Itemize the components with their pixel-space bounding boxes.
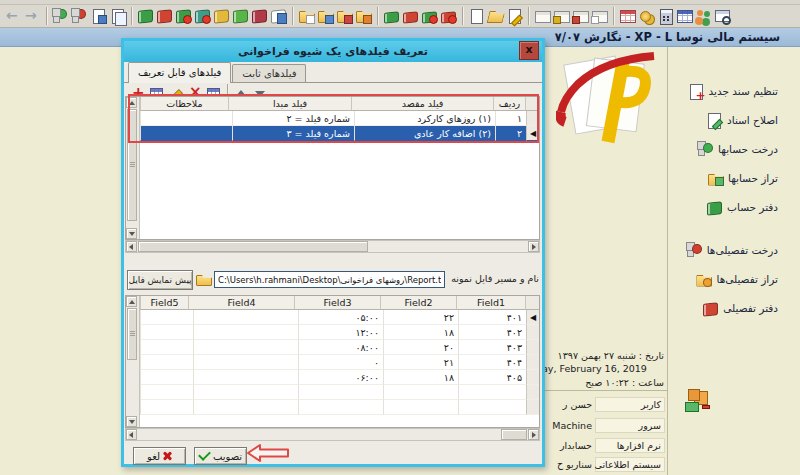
mail-send-icon[interactable] xyxy=(553,7,570,25)
cell-field5[interactable] xyxy=(140,340,193,355)
book-ball-green-icon[interactable] xyxy=(421,7,438,25)
scroll-left-button[interactable] xyxy=(126,241,137,252)
book-maroon-icon[interactable] xyxy=(251,7,268,25)
column-header-field5[interactable]: Field5 xyxy=(140,296,188,310)
cell-field2[interactable]: ۱۸ xyxy=(383,370,458,385)
sidebar-item-details-tree[interactable]: درخت تفصیلی‌ها xyxy=(686,241,778,259)
scroll-up-button[interactable] xyxy=(126,97,137,108)
doc-refresh-icon[interactable] xyxy=(90,7,107,25)
cell-field1[interactable]: ۴۰۲ xyxy=(458,325,526,340)
book-green-ball-icon[interactable] xyxy=(175,7,192,25)
cell-field3[interactable]: ۰۸:۰۰ xyxy=(298,340,383,355)
sidebar-item-details-balance[interactable]: تراز تفصیلی‌ها xyxy=(695,270,778,288)
cell-field3[interactable]: ۰۶:۰۰ xyxy=(298,370,383,385)
column-header-field4[interactable]: Field4 xyxy=(188,296,294,310)
cell-field3[interactable]: ۰۵:۰۰ xyxy=(298,310,383,325)
cell-field4[interactable] xyxy=(193,310,298,325)
table-blue-icon[interactable] xyxy=(676,7,693,25)
cell-field1[interactable]: ۴۰۴ xyxy=(458,355,526,370)
book-green-icon[interactable] xyxy=(137,7,154,25)
vertical-scrollbar[interactable] xyxy=(126,97,140,239)
table-row-selected[interactable]: ◀ ۲ (۲) اضافه کار عادی شماره فیلد = ۳ xyxy=(140,126,539,141)
cell-field2[interactable]: ۲۱ xyxy=(383,355,458,370)
mail-receive-icon[interactable] xyxy=(572,7,589,25)
calculator-icon[interactable] xyxy=(657,7,674,25)
cell-field5[interactable] xyxy=(140,310,193,325)
preview-file-button[interactable]: پیش نمایش فایل xyxy=(127,270,193,290)
mail-doc-icon[interactable] xyxy=(591,7,608,25)
book-small-green-icon[interactable] xyxy=(383,7,400,25)
book-lime-icon[interactable] xyxy=(232,7,249,25)
cell-index[interactable]: ۱ xyxy=(495,111,526,126)
scroll-down-button[interactable] xyxy=(126,228,137,239)
cell-field5[interactable] xyxy=(140,325,193,340)
table-row[interactable]: ۴۰۳ ۲۰ ۰۸:۰۰ xyxy=(140,340,539,355)
cell-field4[interactable] xyxy=(193,340,298,355)
table-row[interactable]: ۴۰۴ ۲۱ ۰ xyxy=(140,355,539,370)
node-red-icon[interactable] xyxy=(71,7,88,25)
cell-field1[interactable]: ۴۰۳ xyxy=(458,340,526,355)
column-header-index[interactable]: ردیف xyxy=(493,97,525,111)
sidebar-item-details-ledger[interactable]: دفتر تفصیلی xyxy=(702,299,778,317)
scrollbar-thumb[interactable] xyxy=(501,429,527,440)
column-header-field3[interactable]: Field3 xyxy=(294,296,380,310)
cell-field2[interactable]: ۱۸ xyxy=(383,325,458,340)
coins-icon[interactable] xyxy=(638,7,655,25)
column-header-field2[interactable]: Field2 xyxy=(380,296,456,310)
scroll-down-button[interactable] xyxy=(126,416,137,427)
table-row[interactable]: ۴۰۵ ۱۸ ۰۶:۰۰ xyxy=(140,370,539,385)
cell-field4[interactable] xyxy=(193,325,298,340)
scroll-up-button[interactable] xyxy=(126,296,137,307)
window-search-icon[interactable] xyxy=(714,7,731,25)
horizontal-scrollbar[interactable] xyxy=(125,240,540,253)
cell-field4[interactable] xyxy=(193,355,298,370)
cell-field1[interactable]: ۴۰۵ xyxy=(458,370,526,385)
vertical-scrollbar[interactable] xyxy=(126,296,140,427)
cell-field5[interactable] xyxy=(140,355,193,370)
cell-field3[interactable]: ۰ xyxy=(298,355,383,370)
column-header-field1[interactable]: Field1 xyxy=(456,296,525,310)
book-small-red-icon[interactable] xyxy=(402,7,419,25)
tab-fixed-fields[interactable]: فیلدهای ثابت xyxy=(232,64,306,82)
cell-notes[interactable] xyxy=(140,111,232,126)
cell-field1[interactable]: ۴۰۱ xyxy=(458,310,526,325)
folder-doc-icon[interactable] xyxy=(298,7,315,25)
cell-field2[interactable]: ۲۲ xyxy=(383,310,458,325)
mail-plain-icon[interactable] xyxy=(534,7,551,25)
sidebar-item-account-ledger[interactable]: دفتر حساب xyxy=(706,198,778,216)
column-header-source[interactable]: فیلد مبدا xyxy=(228,97,351,111)
cell-dest[interactable]: (۱) روزهای کارکرد xyxy=(354,111,495,126)
table-row[interactable]: ◀ ۴۰۱ ۲۲ ۰۵:۰۰ xyxy=(140,310,539,325)
scroll-right-button[interactable] xyxy=(528,429,539,440)
cell-field3[interactable]: ۱۲:۰۰ xyxy=(298,325,383,340)
scrollbar-thumb[interactable] xyxy=(127,109,137,221)
book-teal-ball-icon[interactable] xyxy=(194,7,211,25)
scrollbar-thumb[interactable] xyxy=(127,308,137,360)
sidebar-item-accounts-balance[interactable]: تراز حسابها xyxy=(707,169,778,187)
scroll-right-button[interactable] xyxy=(528,241,539,252)
close-button[interactable]: x xyxy=(519,41,539,60)
sidebar-item-new-document[interactable]: تنظیم سند جدید xyxy=(688,82,778,100)
cell-notes[interactable] xyxy=(140,126,232,141)
cell-field5[interactable] xyxy=(140,370,193,385)
cell-source[interactable]: شماره فیلد = ۲ xyxy=(232,111,354,126)
book-ball-red-icon[interactable] xyxy=(440,7,457,25)
sidebar-item-edit-documents[interactable]: اصلاح اسناد xyxy=(706,111,778,129)
folder-table-icon[interactable] xyxy=(317,7,334,25)
scroll-left-button[interactable] xyxy=(126,429,137,440)
cell-field4[interactable] xyxy=(193,370,298,385)
cell-field2[interactable]: ۲۰ xyxy=(383,340,458,355)
cell-source[interactable]: شماره فیلد = ۳ xyxy=(232,126,354,141)
sample-file-path-input[interactable] xyxy=(214,271,445,288)
doc-copy-icon[interactable] xyxy=(109,7,126,25)
folder-open-icon[interactable] xyxy=(487,7,504,25)
note-edit-icon[interactable] xyxy=(506,7,523,25)
book-page-icon[interactable] xyxy=(270,7,287,25)
page-new-icon[interactable] xyxy=(468,7,485,25)
scrollbar-thumb[interactable] xyxy=(138,241,368,252)
book-red-icon[interactable] xyxy=(156,7,173,25)
approve-button[interactable]: تصویب xyxy=(194,447,247,465)
node-green-icon[interactable] xyxy=(52,7,69,25)
cell-index[interactable]: ۲ xyxy=(495,126,526,141)
folder-chart-icon[interactable] xyxy=(336,7,353,25)
